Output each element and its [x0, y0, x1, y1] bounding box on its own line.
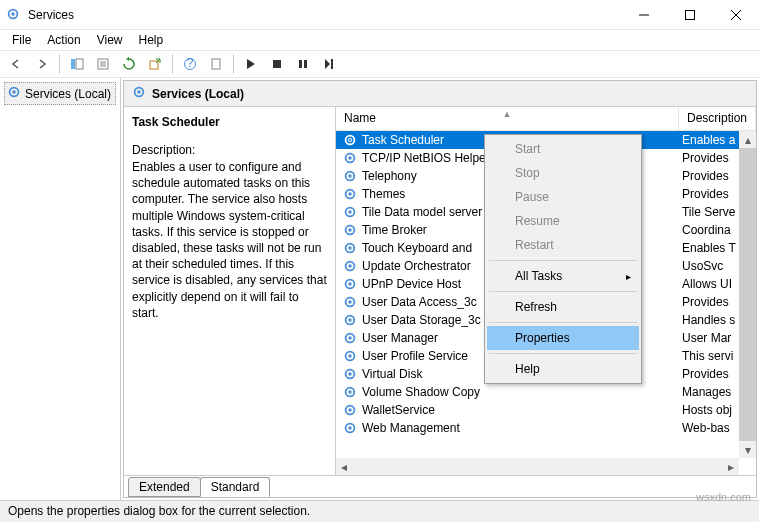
service-icon	[342, 204, 358, 220]
context-pause[interactable]: Pause	[487, 185, 639, 209]
start-service-button[interactable]	[239, 52, 263, 76]
svg-point-51	[348, 372, 352, 376]
service-icon	[342, 312, 358, 328]
restart-service-button[interactable]	[317, 52, 341, 76]
service-icon	[342, 402, 358, 418]
service-name: Volume Shadow Copy	[362, 385, 682, 399]
context-refresh[interactable]: Refresh	[487, 295, 639, 319]
toolbar-separator	[172, 54, 173, 74]
svg-point-37	[348, 246, 352, 250]
svg-rect-15	[212, 59, 220, 69]
context-all-tasks[interactable]: All Tasks	[487, 264, 639, 288]
context-help[interactable]: Help	[487, 357, 639, 381]
menu-help[interactable]: Help	[131, 31, 172, 49]
toolbar-separator	[233, 54, 234, 74]
context-properties[interactable]: Properties	[487, 326, 639, 350]
svg-point-33	[348, 210, 352, 214]
close-button[interactable]	[713, 0, 759, 30]
tab-standard[interactable]: Standard	[200, 477, 271, 497]
statusbar: Opens the properties dialog box for the …	[0, 500, 759, 522]
context-separator	[489, 353, 637, 354]
pause-service-button[interactable]	[291, 52, 315, 76]
column-header-desc-label: Description	[687, 111, 747, 125]
svg-rect-7	[76, 59, 83, 69]
minimize-button[interactable]	[621, 0, 667, 30]
services-icon	[132, 85, 146, 102]
tree-item-label: Services (Local)	[25, 87, 111, 101]
list-header: Name ▲ Description	[336, 107, 756, 131]
context-restart[interactable]: Restart	[487, 233, 639, 257]
window-title: Services	[28, 8, 621, 22]
horizontal-scrollbar[interactable]: ◂ ▸	[336, 458, 739, 475]
service-icon	[342, 330, 358, 346]
maximize-button[interactable]	[667, 0, 713, 30]
scroll-right-button[interactable]: ▸	[722, 458, 739, 475]
svg-point-35	[348, 228, 352, 232]
view-tabs: Extended Standard	[124, 475, 756, 497]
menu-view[interactable]: View	[89, 31, 131, 49]
refresh-button[interactable]	[117, 52, 141, 76]
svg-point-41	[348, 282, 352, 286]
scroll-up-button[interactable]: ▴	[739, 131, 756, 148]
svg-rect-19	[331, 59, 333, 69]
about-button[interactable]	[204, 52, 228, 76]
services-app-icon	[6, 7, 22, 23]
svg-point-23	[137, 90, 141, 94]
svg-rect-6	[71, 59, 75, 69]
svg-point-1	[11, 12, 15, 16]
detail-pane: Task Scheduler Description: Enables a us…	[124, 107, 336, 475]
menubar: File Action View Help	[0, 30, 759, 50]
context-stop[interactable]: Stop	[487, 161, 639, 185]
service-row[interactable]: Volume Shadow CopyManages	[336, 383, 756, 401]
svg-point-31	[348, 192, 352, 196]
svg-point-29	[348, 174, 352, 178]
forward-button[interactable]	[30, 52, 54, 76]
svg-point-55	[348, 408, 352, 412]
svg-rect-18	[304, 60, 307, 68]
context-resume[interactable]: Resume	[487, 209, 639, 233]
column-header-name[interactable]: Name ▲	[336, 107, 679, 130]
scroll-left-button[interactable]: ◂	[336, 458, 353, 475]
service-icon	[342, 384, 358, 400]
service-row[interactable]: Web ManagementWeb-bas	[336, 419, 756, 437]
svg-rect-3	[686, 10, 695, 19]
svg-point-27	[348, 156, 352, 160]
stop-service-button[interactable]	[265, 52, 289, 76]
context-menu: Start Stop Pause Resume Restart All Task…	[484, 134, 642, 384]
context-start[interactable]: Start	[487, 137, 639, 161]
tree-item-services-local[interactable]: Services (Local)	[4, 82, 116, 105]
service-icon	[342, 150, 358, 166]
vertical-scrollbar[interactable]: ▴ ▾	[739, 131, 756, 458]
back-button[interactable]	[4, 52, 28, 76]
column-header-description[interactable]: Description	[679, 107, 756, 130]
selected-service-name: Task Scheduler	[132, 115, 327, 129]
context-separator	[489, 260, 637, 261]
properties-toolbar-button[interactable]	[91, 52, 115, 76]
svg-point-53	[348, 390, 352, 394]
show-hide-tree-button[interactable]	[65, 52, 89, 76]
service-icon	[342, 186, 358, 202]
svg-point-57	[348, 426, 352, 430]
menu-action[interactable]: Action	[39, 31, 88, 49]
results-body: Task Scheduler Description: Enables a us…	[124, 107, 756, 475]
results-header-title: Services (Local)	[152, 87, 244, 101]
scroll-thumb-v[interactable]	[739, 148, 756, 441]
menu-file[interactable]: File	[4, 31, 39, 49]
service-icon	[342, 348, 358, 364]
service-icon	[342, 276, 358, 292]
service-icon	[342, 240, 358, 256]
results-header: Services (Local)	[124, 81, 756, 107]
help-toolbar-button[interactable]: ?	[178, 52, 202, 76]
context-separator	[489, 322, 637, 323]
svg-rect-16	[273, 60, 281, 68]
sort-indicator-icon: ▲	[503, 109, 512, 119]
console-tree-pane: Services (Local)	[0, 78, 121, 500]
svg-point-43	[348, 300, 352, 304]
export-button[interactable]	[143, 52, 167, 76]
tab-extended[interactable]: Extended	[128, 477, 201, 497]
service-row[interactable]: WalletServiceHosts obj	[336, 401, 756, 419]
svg-point-47	[348, 336, 352, 340]
service-icon	[342, 294, 358, 310]
scroll-down-button[interactable]: ▾	[739, 441, 756, 458]
service-icon	[342, 222, 358, 238]
